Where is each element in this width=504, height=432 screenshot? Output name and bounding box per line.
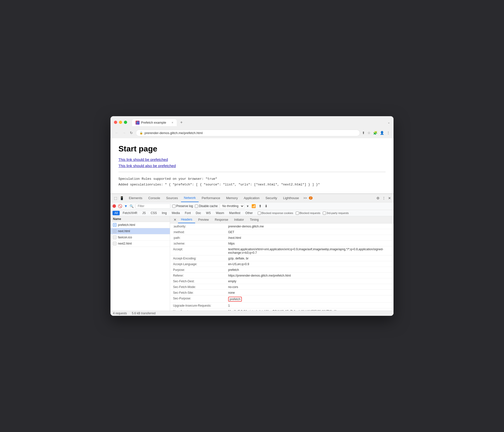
header-row: :scheme:https <box>171 241 393 246</box>
new-tab-button[interactable]: + <box>178 119 185 126</box>
record-button[interactable] <box>112 204 116 208</box>
throttle-dropdown-icon[interactable]: ▾ <box>246 204 249 209</box>
type-manifest-button[interactable]: Manifest <box>227 211 242 215</box>
import-icon[interactable]: ⬆ <box>258 204 262 209</box>
bookmark-icon[interactable]: ☆ <box>367 131 371 135</box>
throttle-select[interactable]: No throttling <box>220 203 244 209</box>
request-list: Name ≡ prefetch.html □ next.html □ favic… <box>110 216 170 311</box>
tab-close-button[interactable]: × <box>172 121 173 124</box>
tab-lighthouse[interactable]: Lighthouse <box>280 194 302 202</box>
request-name-next2: next2.html <box>118 242 132 245</box>
header-value: empty <box>226 279 393 284</box>
close-headers-button[interactable]: ✕ <box>172 216 178 223</box>
request-list-header: Name <box>110 216 170 222</box>
header-value: prefetch <box>226 296 393 303</box>
network-conditions-icon[interactable]: 📶 <box>251 204 256 209</box>
headers-tabs: ✕ Headers Preview Response Initiator Tim… <box>170 216 394 223</box>
maximize-window-button[interactable] <box>124 121 127 124</box>
preview-tab[interactable]: Preview <box>195 216 212 223</box>
tab-performance[interactable]: Performance <box>199 194 223 202</box>
type-font-button[interactable]: Font <box>183 211 193 215</box>
menu-icon[interactable]: ⋮ <box>387 131 390 135</box>
request-item-next[interactable]: □ next.html <box>110 228 170 234</box>
share-icon[interactable]: ⬆ <box>362 131 365 135</box>
type-all-button[interactable]: All <box>112 211 120 215</box>
header-value: no-cors <box>226 285 393 290</box>
request-name-prefetch: prefetch.html <box>118 223 135 227</box>
devtools-tabs: Elements Console Sources Network Perform… <box>126 194 375 202</box>
tab-security[interactable]: Security <box>262 194 280 202</box>
export-icon[interactable]: ⬇ <box>264 204 268 209</box>
tab-dropdown-button[interactable]: ⌄ <box>388 121 390 124</box>
extensions-icon[interactable]: 🧩 <box>373 131 377 135</box>
header-name: Accept-Encoding: <box>171 256 225 261</box>
request-item-prefetch[interactable]: ≡ prefetch.html <box>110 222 170 228</box>
refresh-button[interactable]: ↻ <box>129 130 134 135</box>
timing-tab[interactable]: Timing <box>247 216 262 223</box>
preserve-log-checkbox[interactable]: Preserve log <box>172 204 193 208</box>
type-ws-button[interactable]: WS <box>204 211 213 215</box>
device-toolbar-icon[interactable]: 📱 <box>119 196 124 201</box>
type-checkboxes: Blocked response cookies Blocked request… <box>258 212 349 215</box>
prefetch-link-1[interactable]: This link should be prefetched <box>118 157 386 162</box>
filter-icon[interactable]: ▼ <box>124 204 128 208</box>
third-party-checkbox[interactable]: 3rd-party requests <box>323 212 349 215</box>
tab-memory[interactable]: Memory <box>223 194 241 202</box>
clear-button[interactable]: 🚫 <box>118 204 122 208</box>
type-img-button[interactable]: Img <box>160 211 169 215</box>
header-row: :authority:prerender-demos.glitch.me <box>171 224 393 229</box>
tab-application[interactable]: Application <box>241 194 263 202</box>
type-wasm-button[interactable]: Wasm <box>214 211 226 215</box>
url-text: prerender-demos.glitch.me/prefetch.html <box>144 131 203 135</box>
header-row: Accept-Language:en-US,en;q=0.9 <box>171 262 393 267</box>
minimize-window-button[interactable] <box>119 121 122 124</box>
tab-network[interactable]: Network <box>181 194 199 202</box>
header-value: Mozilla/5.0 (Macintosh; Intel Mac OS X 1… <box>226 309 393 311</box>
headers-tab[interactable]: Headers <box>178 216 195 223</box>
header-name: Accept-Language: <box>171 262 225 267</box>
tab-sources[interactable]: Sources <box>163 194 181 202</box>
tab-elements[interactable]: Elements <box>126 194 145 202</box>
close-window-button[interactable] <box>114 121 117 124</box>
type-other-button[interactable]: Other <box>243 211 255 215</box>
filter-input[interactable] <box>136 204 170 209</box>
disable-cache-checkbox[interactable]: Disable cache <box>195 204 217 208</box>
request-icon-page: □ <box>113 229 116 233</box>
close-devtools-icon[interactable]: ✕ <box>388 196 392 201</box>
header-name: Purpose: <box>171 267 225 273</box>
customize-icon[interactable]: ⋮ <box>382 196 386 201</box>
speculation-rules-text-2: Added speculationrules: " { "prefetch": … <box>118 182 386 187</box>
request-item-favicon[interactable]: □ favicon.ico <box>110 234 170 241</box>
header-name: Sec-Purpose: <box>171 296 225 303</box>
type-fetch-xhr-button[interactable]: Fetch/XHR <box>121 211 139 215</box>
active-tab[interactable]: 🌐 Prefetch example × <box>132 119 177 126</box>
settings-icon[interactable]: ⚙ <box>376 196 380 201</box>
header-name: Sec-Fetch-Site: <box>171 290 225 295</box>
type-css-button[interactable]: CSS <box>149 211 159 215</box>
request-item-next2[interactable]: □ next2.html <box>110 241 170 247</box>
forward-button[interactable]: → <box>121 130 127 135</box>
initiator-tab[interactable]: Initiator <box>231 216 247 223</box>
devtools-statusbar: 4 requests 5.6 kB transferred <box>110 311 394 316</box>
tab-console[interactable]: Console <box>145 194 163 202</box>
issues-badge: 2 <box>309 196 313 200</box>
blocked-cookies-checkbox[interactable]: Blocked response cookies <box>258 212 293 215</box>
response-tab[interactable]: Response <box>212 216 231 223</box>
prefetch-link-2[interactable]: This link should also be prefetched <box>118 164 386 168</box>
address-input[interactable]: 🔒 prerender-demos.glitch.me/prefetch.htm… <box>136 130 360 136</box>
request-name-favicon: favicon.ico <box>118 236 132 239</box>
header-name: :method: <box>171 230 225 235</box>
inspect-element-icon[interactable]: ⬚ <box>113 196 118 201</box>
more-tabs-button[interactable]: >> <box>302 194 308 202</box>
back-button[interactable]: ← <box>114 130 119 135</box>
header-name: :authority: <box>171 224 225 229</box>
header-name: Sec-Fetch-Dest: <box>171 279 225 284</box>
type-js-button[interactable]: JS <box>140 211 148 215</box>
search-icon[interactable]: 🔍 <box>130 204 134 208</box>
profile-icon[interactable]: 👤 <box>380 131 384 135</box>
type-doc-button[interactable]: Doc <box>194 211 203 215</box>
header-value: GET <box>226 230 393 235</box>
header-row: Sec-Fetch-Site:none <box>171 290 393 295</box>
type-media-button[interactable]: Media <box>170 211 182 215</box>
blocked-requests-checkbox[interactable]: Blocked requests <box>296 212 320 215</box>
